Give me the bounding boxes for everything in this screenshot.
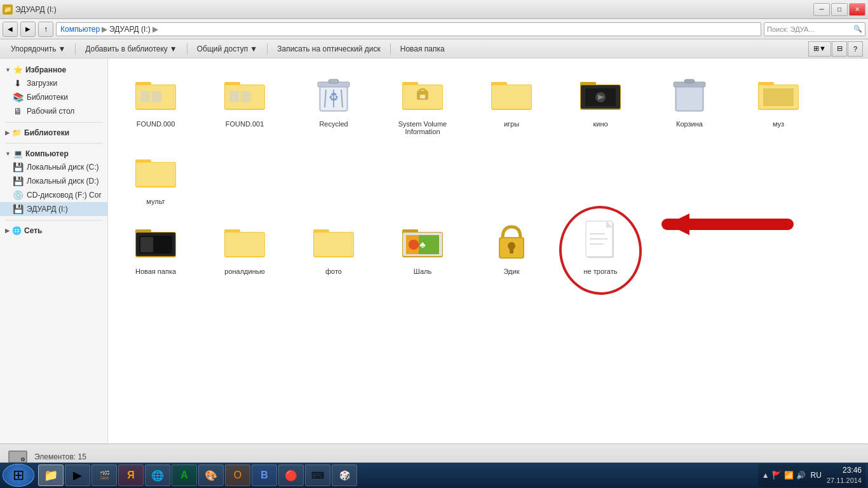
taskbar-agent[interactable]: A <box>172 464 197 486</box>
muz-icon <box>756 72 801 118</box>
svg-text:♻: ♻ <box>329 91 339 104</box>
maximize-button[interactable]: □ <box>831 3 848 16</box>
sidebar: ▼ ⭐ Избранное ⬇ Загрузки 📚 Библиотеки 🖥 … <box>0 58 108 444</box>
up-button[interactable]: ↑ <box>38 22 53 37</box>
explorer-icon: 📁 <box>3 4 13 15</box>
system-tray: ▲ 🚩 📶 🔊 RU 23:46 27.11.2014 <box>758 464 865 487</box>
minimize-button[interactable]: ─ <box>813 3 830 16</box>
file-item-shal[interactable]: ♣ Шаль <box>384 215 461 279</box>
downloads-icon: ⬇ <box>13 78 23 88</box>
toolbar-separator-2 <box>187 43 187 55</box>
svg-rect-35 <box>684 79 695 83</box>
back-button[interactable]: ◀ <box>3 22 18 37</box>
taskbar-media[interactable]: ▶ <box>65 464 90 486</box>
sidebar-item-i-drive[interactable]: 💾 ЭДУАРД (I:) <box>0 202 107 216</box>
start-button[interactable]: ⊞ <box>3 464 34 487</box>
tray-show-hidden-icon[interactable]: ▲ <box>762 471 770 480</box>
svg-rect-8 <box>229 91 239 102</box>
sidebar-item-d-drive[interactable]: 💾 Локальный диск (D:) <box>0 174 107 188</box>
title-bar-text: ЭДУАРД (I:) <box>15 5 57 14</box>
file-item-recycled[interactable]: ♻ Recycled <box>295 68 372 139</box>
svg-rect-13 <box>329 79 339 83</box>
burn-button[interactable]: Записать на оптический диск <box>271 42 386 56</box>
file-item-found001[interactable]: FOUND.001 <box>207 68 283 139</box>
sidebar-item-downloads[interactable]: ⬇ Загрузки <box>0 76 107 90</box>
d-drive-icon: 💾 <box>13 176 23 186</box>
computer-icon: 💻 <box>13 149 23 158</box>
video-taskbar-icon: 🎬 <box>99 470 110 480</box>
sidebar-item-c-drive[interactable]: 💾 Локальный диск (C:) <box>0 160 107 174</box>
novaya-papka-label: Новая папка <box>135 268 176 275</box>
tray-datetime[interactable]: 23:46 27.11.2014 <box>827 466 862 485</box>
new-folder-button[interactable]: Новая папка <box>395 42 451 56</box>
search-box[interactable]: Поиск: ЭДУА... 🔍 <box>764 22 865 36</box>
tray-network-icon[interactable]: 📶 <box>784 471 794 480</box>
title-bar: 📁 ЭДУАРД (I:) ─ □ ✕ <box>0 0 868 19</box>
organize-button[interactable]: Упорядочить ▼ <box>5 42 71 56</box>
address-bar: ◀ ▶ ↑ Компьютер ▶ ЭДУАРД (I:) ▶ Поиск: Э… <box>0 19 868 39</box>
favorites-arrow-icon: ▼ <box>5 67 11 73</box>
svg-rect-25 <box>492 85 531 109</box>
status-items-count: Элементов: 15 <box>34 452 86 461</box>
file-item-igry[interactable]: игры <box>473 68 550 139</box>
file-item-kino[interactable]: кино <box>562 68 639 139</box>
sidebar-item-f-drive[interactable]: 💿 CD-дисковод (F:) Cor <box>0 188 107 202</box>
taskbar-vk[interactable]: B <box>252 464 277 486</box>
file-item-muz[interactable]: муз <box>740 68 817 139</box>
explorer-taskbar-icon: 📁 <box>44 468 58 482</box>
computer-section: ▼ 💻 Компьютер 💾 Локальный диск (C:) 💾 Ло… <box>0 147 107 216</box>
foto-icon <box>311 219 356 265</box>
path-separator-2: ▶ <box>153 25 158 34</box>
taskbar-opera[interactable]: 🔴 <box>278 464 304 486</box>
taskbar-paint[interactable]: 🎨 <box>198 464 224 486</box>
tray-language[interactable]: RU <box>808 471 824 480</box>
sidebar-item-desktop[interactable]: 🖥 Рабочий стол <box>0 104 107 118</box>
keyboard-taskbar-icon: ⌨ <box>311 470 324 480</box>
file-item-edik[interactable]: Эдик <box>473 215 550 279</box>
forward-button[interactable]: ▶ <box>20 22 36 37</box>
tray-flag-icon[interactable]: 🚩 <box>772 471 782 480</box>
taskbar-yandex[interactable]: Я <box>118 464 144 486</box>
organize-arrow-icon: ▼ <box>58 44 65 53</box>
file-grid-row2: Новая папка роналдинью <box>114 212 862 282</box>
address-path[interactable]: Компьютер ▶ ЭДУАРД (I:) ▶ <box>56 22 761 36</box>
title-bar-controls: ─ □ ✕ <box>813 3 865 16</box>
taskbar-explorer[interactable]: 📁 <box>38 464 64 486</box>
file-item-ne-trogat[interactable]: не трогать <box>562 215 639 279</box>
igry-icon <box>489 72 534 118</box>
file-item-korzina[interactable]: Корзина <box>651 68 728 139</box>
svg-rect-47 <box>140 237 153 252</box>
svg-rect-33 <box>677 87 702 110</box>
file-item-sysvolinfo[interactable]: System Volume Information <box>384 68 461 139</box>
file-item-novaya-papka[interactable]: Новая папка <box>118 215 194 279</box>
opera-taskbar-icon: 🔴 <box>285 470 297 482</box>
found000-label: FOUND.000 <box>137 120 175 128</box>
toolbar-separator-4 <box>390 43 391 55</box>
main-area: ▼ ⭐ Избранное ⬇ Загрузки 📚 Библиотеки 🖥 … <box>0 58 868 444</box>
close-button[interactable]: ✕ <box>849 3 865 16</box>
add-to-library-button[interactable]: Добавить в библиотеку ▼ <box>79 42 182 56</box>
share-button[interactable]: Общий доступ ▼ <box>191 42 264 56</box>
taskbar-game[interactable]: 🎲 <box>332 464 357 486</box>
shal-icon: ♣ <box>400 219 445 265</box>
favorites-header[interactable]: ▼ ⭐ Избранное <box>0 64 107 76</box>
computer-header[interactable]: ▼ 💻 Компьютер <box>0 147 107 160</box>
libraries-header[interactable]: ▶ 📁 Библиотеки <box>0 126 107 139</box>
media-taskbar-icon: ▶ <box>73 468 82 482</box>
ronaldinho-label: роналдинью <box>224 268 264 275</box>
file-item-found000[interactable]: FOUND.000 <box>118 68 194 139</box>
help-button[interactable]: ? <box>848 41 863 57</box>
kino-label: кино <box>593 120 607 128</box>
view-extra-button[interactable]: ⊞▼ <box>808 41 831 57</box>
file-item-foto[interactable]: фото <box>295 215 372 279</box>
taskbar-video[interactable]: 🎬 <box>92 464 117 486</box>
taskbar-odnoklassniki[interactable]: O <box>225 464 250 486</box>
taskbar-keyboard[interactable]: ⌨ <box>305 464 330 486</box>
sidebar-item-libraries[interactable]: 📚 Библиотеки <box>0 90 107 104</box>
file-item-ronaldinho[interactable]: роналдинью <box>207 215 283 279</box>
tray-volume-icon[interactable]: 🔊 <box>796 471 806 480</box>
file-item-mult[interactable]: мульт <box>118 146 194 209</box>
taskbar-chrome[interactable]: 🌐 <box>145 464 170 486</box>
preview-pane-button[interactable]: ⊟ <box>832 41 847 57</box>
network-header[interactable]: ▶ 🌐 Сеть <box>0 224 107 237</box>
